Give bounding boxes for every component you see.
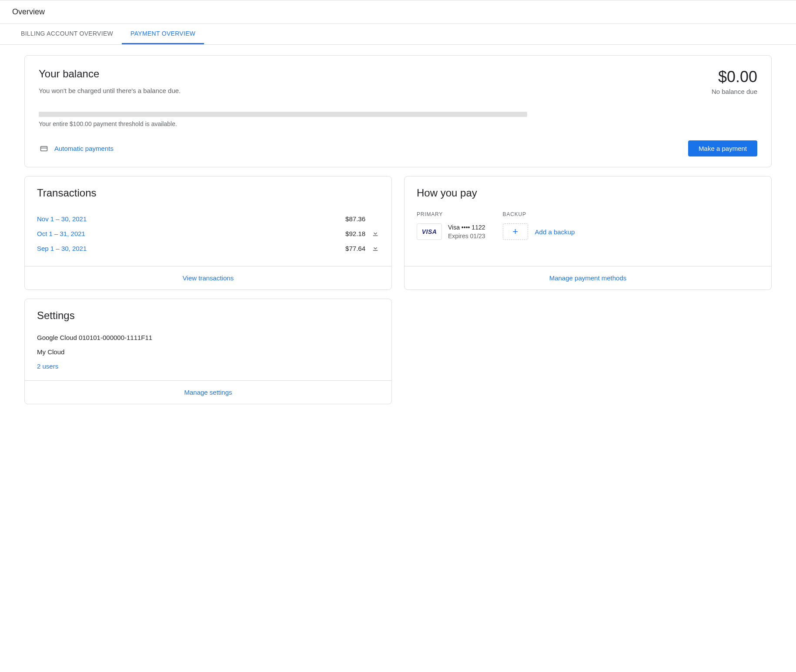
tab-payment-overview[interactable]: PAYMENT OVERVIEW	[122, 24, 204, 44]
balance-subtext: You won't be charged until there's a bal…	[39, 87, 181, 94]
manage-payment-methods-link[interactable]: Manage payment methods	[549, 274, 627, 282]
tabs: BILLING ACCOUNT OVERVIEW PAYMENT OVERVIE…	[0, 24, 796, 45]
balance-status: No balance due	[712, 88, 757, 95]
tab-billing-account-overview[interactable]: BILLING ACCOUNT OVERVIEW	[12, 24, 122, 44]
page-header: Overview	[0, 0, 796, 24]
credit-card-icon	[39, 145, 49, 153]
transactions-card: Transactions Nov 1 – 30, 2021 $87.36 Oct…	[24, 176, 392, 290]
transaction-row: Sep 1 – 30, 2021 $77.64	[37, 241, 379, 256]
plus-icon: +	[512, 227, 518, 236]
primary-payment-method[interactable]: VISA Visa •••• 1122 Expires 01/23	[417, 223, 485, 240]
transaction-row: Oct 1 – 31, 2021 $92.18	[37, 226, 379, 241]
settings-heading: Settings	[37, 309, 379, 322]
settings-account-id: Google Cloud 010101-000000-1111F11	[37, 334, 379, 341]
transaction-amount: $77.64	[345, 245, 365, 252]
how-you-pay-card: How you pay PRIMARY VISA Visa •••• 1122 …	[404, 176, 772, 290]
threshold-note: Your entire $100.00 payment threshold is…	[39, 120, 757, 127]
transactions-heading: Transactions	[37, 187, 379, 199]
download-icon[interactable]	[371, 244, 379, 252]
threshold-progress	[39, 112, 527, 117]
make-payment-button[interactable]: Make a payment	[688, 140, 757, 156]
content-area: Your balance You won't be charged until …	[0, 45, 796, 415]
transaction-amount: $87.36	[345, 215, 365, 223]
balance-card: Your balance You won't be charged until …	[24, 55, 772, 167]
primary-label: PRIMARY	[417, 211, 485, 217]
svg-rect-0	[41, 146, 47, 151]
card-expiry: Expires 01/23	[448, 233, 485, 240]
transaction-period-link[interactable]: Sep 1 – 30, 2021	[37, 245, 87, 252]
settings-card: Settings Google Cloud 010101-000000-1111…	[24, 299, 392, 404]
add-backup-box[interactable]: +	[503, 223, 528, 240]
page-title: Overview	[12, 7, 45, 16]
view-transactions-link[interactable]: View transactions	[183, 274, 234, 282]
manage-settings-link[interactable]: Manage settings	[184, 389, 232, 396]
balance-heading: Your balance	[39, 68, 181, 80]
transaction-amount: $92.18	[345, 230, 365, 237]
card-number: Visa •••• 1122	[448, 224, 485, 231]
settings-users-link[interactable]: 2 users	[37, 363, 379, 370]
backup-label: BACKUP	[503, 211, 575, 217]
transaction-period-link[interactable]: Oct 1 – 31, 2021	[37, 230, 85, 237]
settings-nickname: My Cloud	[37, 348, 379, 356]
transaction-row: Nov 1 – 30, 2021 $87.36	[37, 211, 379, 226]
transaction-period-link[interactable]: Nov 1 – 30, 2021	[37, 215, 87, 223]
add-backup-link[interactable]: Add a backup	[535, 228, 575, 236]
download-icon[interactable]	[371, 230, 379, 237]
how-you-pay-heading: How you pay	[417, 187, 759, 199]
automatic-payments-link[interactable]: Automatic payments	[39, 145, 114, 153]
visa-logo: VISA	[417, 223, 442, 240]
balance-amount: $0.00	[712, 68, 757, 86]
automatic-payments-label: Automatic payments	[54, 145, 114, 152]
